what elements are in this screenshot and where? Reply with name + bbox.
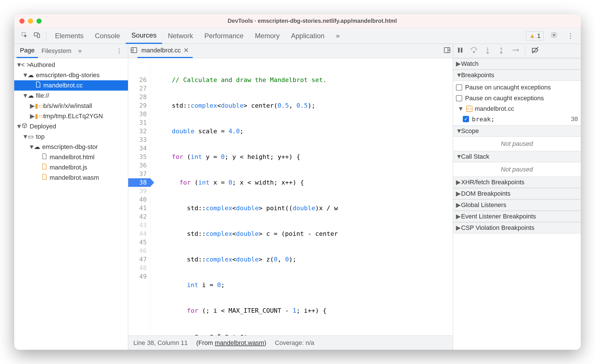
code-editor[interactable]: 2627282930313233343536373839404142434445… [128,58,453,336]
section-csp-breakpoints[interactable]: ▶CSP Violation Breakpoints [453,222,581,234]
svg-point-16 [517,49,518,51]
step-icon[interactable] [511,46,519,56]
pause-caught-row[interactable]: Pause on caught exceptions [456,93,578,104]
device-toolbar-icon[interactable] [34,32,40,40]
source-file-icon: <> [466,106,472,112]
folder-icon: ▮▭ [35,113,42,120]
cloud-icon: ☁ [27,71,34,79]
breakpoint-marker[interactable]: 38 [128,178,150,187]
cube-icon [21,123,28,130]
line-gutter[interactable]: 2627282930313233343536373839404142434445… [128,58,150,336]
tab-application[interactable]: Application [285,28,330,44]
frame-icon: ▭ [27,133,34,140]
tree-top-frame[interactable]: ▼▭top [14,132,128,142]
tab-page[interactable]: Page [17,44,38,58]
file-tree: ▼< >Authored ▼☁emscripten-dbg-stories ma… [14,58,128,350]
tab-sources[interactable]: Sources [126,28,162,44]
tree-file-mandelbrot-wasm[interactable]: mandelbrot.wasm [14,173,128,183]
checkbox-icon[interactable] [456,84,462,91]
tree-folder-tmp[interactable]: ▶▮▭tmp/tmp.ELcTq2YGN [14,111,128,121]
warning-count: 1 [537,32,541,40]
warning-icon: ▲ [529,32,535,40]
toggle-navigator-icon[interactable] [131,47,137,55]
tab-filesystem[interactable]: Filesystem [38,44,75,58]
cloud-icon: ☁ [27,92,34,99]
svg-point-3 [553,34,555,36]
svg-rect-2 [37,34,40,38]
tab-elements[interactable]: Elements [49,28,89,44]
window-title: DevTools · emscripten-dbg-stories.netlif… [49,18,576,24]
close-file-tab-icon[interactable]: ✕ [184,47,189,54]
step-into-icon[interactable] [484,46,491,56]
tab-network[interactable]: Network [162,28,199,44]
checkbox-icon[interactable] [456,95,462,101]
file-icon [35,81,42,89]
tab-memory[interactable]: Memory [249,28,286,44]
svg-rect-9 [461,48,462,52]
svg-point-14 [500,52,502,53]
folder-icon: ▮▭ [35,102,42,110]
cursor-position: Line 38, Column 11 [133,339,188,347]
file-tab-mandelbrot-cc[interactable]: mandelbrot.cc ✕ [137,44,193,58]
callstack-not-paused: Not paused [453,162,581,177]
warnings-badge[interactable]: ▲ 1 [526,31,544,40]
main-toolbar: Elements Console Sources Network Perform… [14,28,581,44]
scope-not-paused: Not paused [453,137,581,151]
more-navigator-tabs-icon[interactable]: » [75,44,85,58]
maximize-window-icon[interactable] [36,19,42,24]
pause-resume-icon[interactable] [457,46,464,56]
editor-status-bar: Line 38, Column 11 (From mandelbrot.wasm… [128,336,453,350]
pause-uncaught-row[interactable]: Pause on uncaught exceptions [456,82,578,93]
section-global-listeners[interactable]: ▶Global Listeners [453,199,581,211]
tree-folder-install[interactable]: ▶▮▭b/s/w/ir/x/w/install [14,101,128,111]
tab-console[interactable]: Console [89,28,126,44]
breakpoint-file-group[interactable]: ▼<>mandelbrot.cc [456,104,578,114]
panel-tabs: Elements Console Sources Network Perform… [49,28,345,44]
tree-file-mandelbrot-js[interactable]: mandelbrot.js [14,162,128,173]
debugger-toolbar [453,44,581,58]
tree-origin-deployed[interactable]: ▼☁emscripten-dbg-stor [14,142,128,152]
step-over-icon[interactable] [470,46,478,56]
tree-file-mandelbrot-html[interactable]: mandelbrot.html [14,152,128,162]
code-content[interactable]: // Calculate and draw the Mandelbrot set… [150,58,453,336]
svg-point-10 [473,51,474,52]
section-xhr-breakpoints[interactable]: ▶XHR/fetch Breakpoints [453,177,581,188]
section-dom-breakpoints[interactable]: ▶DOM Breakpoints [453,188,581,199]
tree-file-scheme[interactable]: ▼☁file:// [14,91,128,101]
tree-group-authored[interactable]: ▼< >Authored [14,60,128,70]
more-menu-icon[interactable]: ⋮ [567,32,574,40]
minimize-window-icon[interactable] [28,19,33,24]
tree-origin-stories[interactable]: ▼☁emscripten-dbg-stories [14,70,128,80]
close-window-icon[interactable] [19,19,25,24]
source-origin: (From mandelbrot.wasm) [196,339,266,347]
breakpoint-entry[interactable]: break; 38 [456,114,578,124]
window-titlebar: DevTools · emscripten-dbg-stories.netlif… [14,14,581,28]
section-breakpoints[interactable]: ▼Breakpoints [453,69,581,81]
settings-icon[interactable] [551,32,557,40]
navigator-menu-icon[interactable]: ⋮ [113,44,126,58]
section-scope[interactable]: ▼Scope [453,125,581,137]
svg-rect-8 [458,48,459,52]
inspect-element-icon[interactable] [21,32,28,40]
step-out-icon[interactable] [498,46,505,56]
section-watch[interactable]: ▶Watch [453,58,581,69]
file-icon [41,174,48,182]
tree-file-mandelbrot-cc[interactable]: mandelbrot.cc [14,80,128,91]
toggle-debugger-icon[interactable] [444,47,451,55]
file-icon [41,153,48,161]
cloud-icon: ☁ [34,143,40,151]
more-tabs-icon[interactable]: » [330,28,345,44]
tab-performance[interactable]: Performance [199,28,249,44]
coverage-status: Coverage: n/a [275,339,314,347]
section-call-stack[interactable]: ▼Call Stack [453,151,581,162]
checkbox-checked-icon[interactable] [463,116,469,122]
file-icon [41,163,48,171]
svg-point-12 [487,52,488,53]
tree-group-deployed[interactable]: ▼Deployed [14,121,128,132]
section-event-listener-breakpoints[interactable]: ▶Event Listener Breakpoints [453,211,581,222]
deactivate-breakpoints-icon[interactable] [531,46,539,56]
